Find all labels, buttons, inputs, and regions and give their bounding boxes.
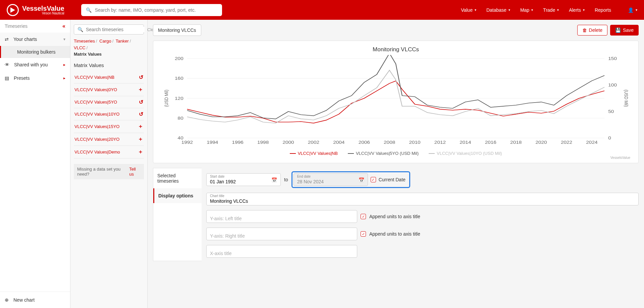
search-icon: 🔍 xyxy=(77,27,83,32)
plus-icon[interactable]: ＋ xyxy=(138,148,143,156)
sidebar-shared[interactable]: 👁 Shared with you ▸ xyxy=(0,58,70,71)
search-icon: 🔍 xyxy=(86,7,92,13)
crumb-link[interactable]: Timeseries xyxy=(74,39,95,44)
list-icon: ▤ xyxy=(5,75,9,81)
timeseries-item[interactable]: VLCC|VV Values|5YO↺ xyxy=(74,96,144,108)
nav-database[interactable]: Database▾ xyxy=(486,7,510,13)
undo-icon[interactable]: ↺ xyxy=(139,74,143,80)
plus-icon[interactable]: ＋ xyxy=(138,86,143,93)
chart-title-input[interactable] xyxy=(210,195,635,204)
nav-alerts[interactable]: Alerts▾ xyxy=(569,7,585,13)
chevron-down-icon: ▾ xyxy=(636,8,637,12)
x-title-input[interactable] xyxy=(210,247,354,256)
nav-reports[interactable]: Reports xyxy=(595,7,611,13)
timeseries-item[interactable]: VLCC|VV Values|Demo＋ xyxy=(74,146,144,159)
svg-text:2004: 2004 xyxy=(333,140,345,145)
sidebar: Timeseries « ⇄ Your charts ▾ Monitoring … xyxy=(0,20,70,308)
calendar-icon[interactable]: 📅 xyxy=(271,177,277,183)
logo-icon xyxy=(7,4,19,16)
global-search-input[interactable] xyxy=(95,7,217,13)
svg-text:2006: 2006 xyxy=(359,140,370,145)
legend-item[interactable]: VLCC|VV Values|10YO (USD Mil) xyxy=(429,151,502,156)
timeseries-item[interactable]: VLCC|VV Values|20YO＋ xyxy=(74,133,144,146)
svg-text:160: 160 xyxy=(175,76,183,81)
plus-icon[interactable]: ＋ xyxy=(138,123,143,130)
chart-title: Monitoring VLCCs xyxy=(161,46,630,53)
brand-logo[interactable]: VesselsValue Veson Nautical xyxy=(7,4,64,16)
timeseries-item[interactable]: VLCC|VV Values|NB↺ xyxy=(74,71,144,83)
append-units-left-checkbox[interactable]: ✓ xyxy=(361,214,366,219)
plus-circle-icon: ⊕ xyxy=(5,297,9,303)
user-icon: 👤 xyxy=(628,7,634,13)
y-right-title-input[interactable] xyxy=(210,230,354,239)
timeseries-search[interactable]: 🔍 Clear xyxy=(74,24,144,35)
tab-selected-timeseries[interactable]: Selected timeseries xyxy=(153,168,202,188)
sidebar-collapse-icon[interactable]: « xyxy=(62,23,65,29)
crumb-link[interactable]: VLCC xyxy=(74,45,86,50)
delete-button[interactable]: 🗑Delete xyxy=(577,25,607,36)
chart-card: Monitoring VLCCs 40801201602000501001501… xyxy=(153,41,639,163)
undo-icon[interactable]: ↺ xyxy=(139,99,143,105)
svg-text:2018: 2018 xyxy=(510,140,522,145)
timeseries-search-input[interactable] xyxy=(86,27,145,32)
chevron-down-icon: ▾ xyxy=(531,8,533,12)
sidebar-your-charts[interactable]: ⇄ Your charts ▾ xyxy=(0,33,70,46)
trash-icon: 🗑 xyxy=(582,27,587,33)
end-date-field[interactable]: End date 📅 xyxy=(293,173,368,186)
chevron-down-icon: ▾ xyxy=(63,37,65,42)
nav-value[interactable]: Value▾ xyxy=(461,7,476,13)
brand-sub: Veson Nautical xyxy=(22,12,64,15)
svg-text:2014: 2014 xyxy=(460,140,471,145)
undo-icon[interactable]: ↺ xyxy=(139,111,143,117)
calendar-icon: 📅 xyxy=(359,177,364,183)
missing-data-prompt: Missing a data set you need? Tell us xyxy=(74,164,144,179)
svg-text:150: 150 xyxy=(608,57,617,61)
append-units-label: Append units to axis title xyxy=(369,231,420,237)
svg-text:2024: 2024 xyxy=(586,140,598,145)
y-right-title-field[interactable] xyxy=(206,228,357,240)
user-menu[interactable]: 👤▾ xyxy=(628,7,637,13)
breadcrumb: Timeseries/ Cargo/ Tanker/ VLCC/ Matrix … xyxy=(74,38,144,58)
crumb-link[interactable]: Tanker xyxy=(116,39,129,44)
svg-text:0: 0 xyxy=(608,136,611,140)
crumb-current: Matrix Values xyxy=(74,52,102,57)
chart-canvas[interactable]: 4080120160200050100150199219941996199820… xyxy=(161,55,630,149)
svg-text:2002: 2002 xyxy=(308,140,319,145)
timeseries-item[interactable]: VLCC|VV Values|10YO↺ xyxy=(74,108,144,120)
chevron-right-icon: ▸ xyxy=(63,62,65,67)
x-title-field[interactable] xyxy=(206,245,357,258)
timeseries-item[interactable]: VLCC|VV Values|0YO＋ xyxy=(74,83,144,96)
new-chart-button[interactable]: ⊕ New chart xyxy=(0,292,70,308)
sidebar-presets[interactable]: ▤ Presets ▸ xyxy=(0,71,70,85)
crumb-link[interactable]: Cargo xyxy=(99,39,111,44)
brand-name: VesselsValue xyxy=(22,5,64,12)
tell-us-link[interactable]: Tell us xyxy=(129,167,141,177)
plus-icon[interactable]: ＋ xyxy=(138,136,143,143)
nav-trade[interactable]: Trade▾ xyxy=(543,7,559,13)
topbar: VesselsValue Veson Nautical 🔍 Value▾ Dat… xyxy=(0,0,644,20)
sidebar-chart-item[interactable]: Monitoring bulkers xyxy=(0,46,70,58)
svg-text:50: 50 xyxy=(608,110,614,114)
chart-name-input[interactable]: Monitoring VLCCs xyxy=(153,24,201,36)
chevron-down-icon: ▾ xyxy=(475,8,476,12)
y-left-title-field[interactable] xyxy=(206,210,357,223)
chevron-down-icon: ▾ xyxy=(583,8,585,12)
start-date-field[interactable]: Start date 📅 xyxy=(206,173,281,186)
nav-map[interactable]: Map▾ xyxy=(520,7,533,13)
timeseries-item[interactable]: VLCC|VV Values|15YO＋ xyxy=(74,120,144,133)
svg-text:80: 80 xyxy=(178,116,184,120)
current-date-checkbox[interactable]: ✓ xyxy=(371,177,376,182)
global-search[interactable]: 🔍 xyxy=(81,4,222,16)
tab-display-options[interactable]: Display options xyxy=(153,188,202,203)
svg-text:200: 200 xyxy=(175,57,183,61)
append-units-label: Append units to axis title xyxy=(369,214,420,219)
save-button[interactable]: 💾Save xyxy=(610,25,639,36)
chevron-down-icon: ▾ xyxy=(557,8,559,12)
y-left-title-input[interactable] xyxy=(210,212,354,221)
svg-text:2022: 2022 xyxy=(561,140,572,145)
chart-title-field[interactable]: Chart title xyxy=(206,193,639,205)
svg-text:120: 120 xyxy=(175,96,183,101)
legend-item[interactable]: VLCC|VV Values|NB xyxy=(290,151,338,156)
append-units-right-checkbox[interactable]: ✓ xyxy=(361,231,366,237)
legend-item[interactable]: VLCC|VV Values|5YO (USD Mil) xyxy=(348,151,419,156)
